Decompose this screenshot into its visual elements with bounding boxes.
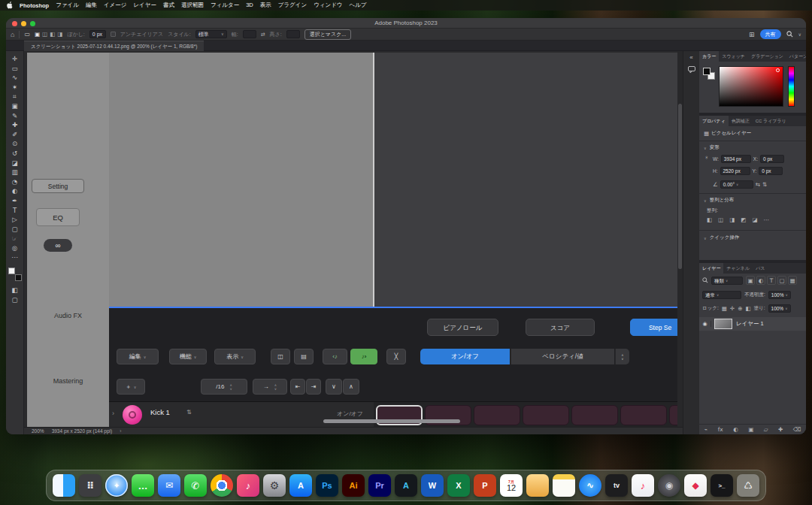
home-icon[interactable]: ⌂ [11, 31, 14, 38]
screen-mode-icon[interactable]: ▢ [11, 295, 17, 305]
marquee-tool-preset-icon[interactable]: ▭ [24, 31, 30, 38]
color-picker-marker[interactable] [776, 68, 780, 72]
dock-powerpoint[interactable]: P [474, 474, 496, 497]
pen-tool[interactable]: ✒ [12, 196, 17, 206]
frame-tool[interactable]: ▣ [11, 101, 17, 111]
dodge-tool[interactable]: ◐ [12, 186, 17, 196]
align-icon[interactable]: ◧ [707, 216, 712, 223]
dock-mail[interactable]: ✉ [158, 474, 180, 497]
share-button[interactable]: 共有 [760, 29, 781, 39]
hue-slider[interactable] [788, 66, 795, 107]
panel-tab[interactable]: カラー [699, 51, 719, 62]
dock-app-store[interactable]: A [289, 474, 312, 497]
opacity-field[interactable]: 100%∨ [768, 291, 791, 299]
select-and-mask-button[interactable]: 選択とマスク... [304, 29, 352, 40]
align-icon[interactable]: ⋯ [763, 216, 769, 223]
panel-tab[interactable]: パス [753, 263, 768, 274]
dock-messages[interactable]: … [132, 474, 154, 497]
selection-mode-icon[interactable]: ◨ [57, 31, 62, 38]
foreground-color-swatch[interactable] [8, 268, 15, 274]
dock-trash[interactable]: ♺ [737, 474, 759, 497]
eraser-tool[interactable]: ◪ [11, 159, 17, 168]
panel-tab[interactable]: パターン [786, 51, 806, 62]
marquee-tool[interactable]: ▭ [11, 64, 17, 74]
panel-tab[interactable]: グラデーション [748, 51, 786, 62]
dock-terminal[interactable]: >_ [710, 474, 733, 497]
lock-icon[interactable]: ⊕ [738, 305, 742, 312]
dock-affinity-photo[interactable]: A [395, 474, 417, 497]
magic-wand-tool[interactable]: ✶ [12, 83, 17, 92]
fill-field[interactable]: 100%∨ [768, 304, 791, 313]
align-icon[interactable]: ◫ [718, 216, 723, 223]
layers-panel-action-icon[interactable]: ▣ [748, 426, 753, 433]
zoom-level[interactable]: 200% [32, 428, 44, 434]
layer-filter-icon[interactable]: ▢ [777, 276, 786, 285]
dock-photoshop[interactable]: Ps [316, 474, 338, 497]
panel-tab[interactable]: チャンネル [723, 263, 753, 274]
lock-icon[interactable]: ◧ [745, 305, 750, 312]
flip-vertical-icon[interactable]: ⇅ [762, 181, 767, 188]
align-section-label[interactable]: 整列と分布 [710, 197, 735, 204]
layer-filter-icon[interactable]: ◐ [756, 276, 765, 285]
width-value-field[interactable]: 3934 px [721, 155, 751, 163]
quick-actions-section-label[interactable]: クイック操作 [710, 234, 740, 241]
dock-launchpad[interactable]: ⠿ [79, 474, 102, 497]
collapse-panels-icon[interactable]: « [689, 54, 692, 61]
dock-facetime[interactable]: ✆ [184, 474, 207, 497]
gradient-tool[interactable]: ▥ [11, 168, 17, 177]
color-gradient-field[interactable] [719, 66, 783, 107]
dock-notes[interactable] [553, 474, 575, 497]
dock-finder[interactable] [53, 474, 75, 497]
step-cell[interactable] [669, 405, 677, 425]
flip-horizontal-icon[interactable]: ⇆ [756, 181, 760, 188]
x-value-field[interactable]: 0 px [760, 155, 784, 163]
edit-toolbar-icon[interactable]: ⋯ [11, 252, 18, 262]
dock-folder[interactable] [526, 474, 549, 497]
move-tool[interactable]: ✛ [12, 54, 17, 64]
healing-brush-tool[interactable]: ✚ [12, 120, 17, 130]
search-icon[interactable] [786, 31, 793, 38]
step-cell[interactable] [571, 405, 618, 425]
menu-item[interactable]: 表示 [260, 2, 271, 9]
dock-calendar[interactable]: 7月12 [500, 474, 523, 497]
layer-thumbnail[interactable] [714, 319, 732, 329]
chevron-down-icon[interactable]: ∨ [798, 32, 801, 37]
layer-filter-dropdown[interactable]: 種類∨ [711, 277, 743, 285]
panel-tab[interactable]: 色調補正 [729, 116, 753, 126]
selection-mode-icon[interactable]: ◫ [42, 31, 47, 38]
panel-tab[interactable]: CC ライブラリ [753, 116, 789, 126]
transform-section-label[interactable]: 変形 [710, 144, 720, 151]
clone-stamp-tool[interactable]: ⊙ [12, 139, 17, 149]
quick-mask-icon[interactable]: ◧ [11, 286, 17, 295]
eyedropper-tool[interactable]: ✎ [12, 111, 17, 121]
dock-safari[interactable]: ✦ [105, 474, 128, 497]
angle-field[interactable]: 0.00°∨ [720, 180, 753, 189]
layer-row[interactable]: ◉ レイヤー 1 [699, 317, 806, 331]
apple-menu-icon[interactable] [6, 2, 13, 10]
panel-tab[interactable]: レイヤー [699, 263, 723, 274]
layer-filter-icon[interactable]: ▦ [788, 276, 797, 285]
menu-item[interactable]: イメージ [104, 2, 127, 9]
dock-music-alt[interactable]: ♪ [237, 474, 259, 497]
foreground-background-swatches[interactable] [8, 268, 22, 281]
panel-tab[interactable]: プロパティ [699, 116, 729, 126]
layer-filter-icon[interactable]: T [767, 276, 776, 285]
blur-tool[interactable]: ◔ [12, 177, 17, 187]
dock-premiere-pro[interactable]: Pr [368, 474, 391, 497]
step-cell[interactable] [523, 405, 569, 425]
dock-music[interactable]: ♪ [632, 474, 654, 497]
align-icon[interactable]: ◩ [741, 216, 746, 223]
swap-dimensions-icon[interactable]: ⇄ [261, 32, 265, 38]
lock-icon[interactable]: ✛ [730, 305, 735, 312]
height-value-field[interactable]: 2520 px [720, 167, 750, 175]
status-chevron-icon[interactable]: › [120, 428, 121, 434]
menu-item[interactable]: 編集 [86, 2, 97, 9]
dock-excel[interactable]: X [447, 474, 470, 497]
style-dropdown[interactable]: 標準∨ [195, 30, 227, 38]
lasso-tool[interactable]: ∿ [12, 73, 17, 83]
foreground-color-swatch[interactable] [703, 68, 710, 75]
comments-icon[interactable] [688, 66, 695, 74]
dock-camera-app[interactable]: ◉ [658, 474, 680, 497]
canvas-area[interactable]: Setting EQ ∞ Audio FX Mastering ピアノロール ス… [24, 51, 683, 427]
menu-item[interactable]: 書式 [163, 2, 174, 9]
